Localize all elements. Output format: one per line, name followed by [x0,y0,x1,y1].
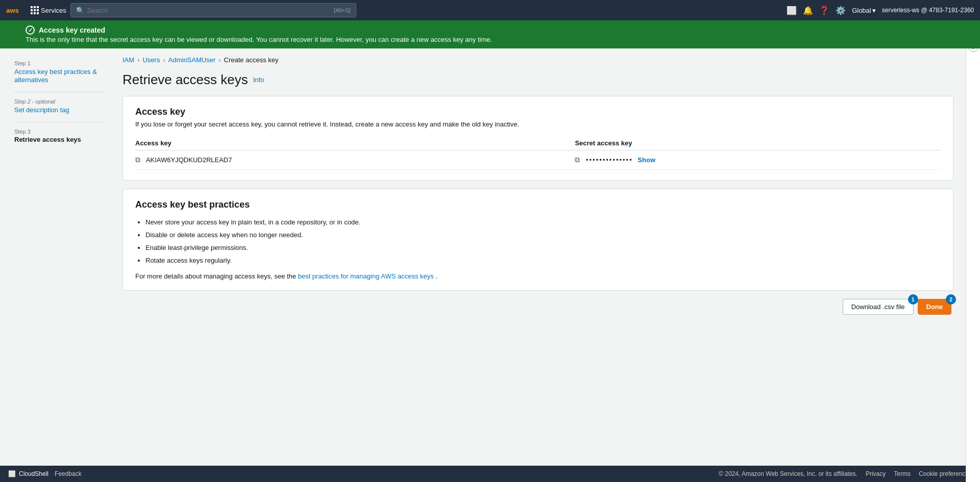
access-key-value: AKIAW6YJQDKUD2RLEAD7 [146,156,232,164]
info-link[interactable]: Info [253,76,264,84]
copy-secret-key-icon[interactable]: ⧉ [575,156,580,164]
services-label: Services [41,7,66,14]
best-practices-title: Access key best practices [135,199,941,210]
settings-icon[interactable]: ⚙️ [836,6,846,15]
breadcrumb-iam[interactable]: IAM [122,56,134,64]
page-title-row: Retrieve access keys Info [122,72,953,88]
grid-icon [31,6,39,14]
breadcrumb: IAM › Users › AdminSAMUser › Create acce… [122,56,953,64]
show-secret-link[interactable]: Show [638,156,655,164]
best-practice-item-1: Never store your access key in plain tex… [145,218,941,226]
copy-access-key-icon[interactable]: ⧉ [135,156,140,164]
keys-table-row: ⧉ AKIAW6YJQDKUD2RLEAD7 ⧉ •••••••••••••• … [135,150,941,170]
bell-icon[interactable]: 🔔 [803,6,813,15]
step-2-label: Step 2 - optional [14,98,104,105]
page-title: Retrieve access keys [122,72,248,88]
region-selector[interactable]: Global ▾ [852,7,876,14]
step-3-label: Step 3 [14,129,104,135]
step-3-active: Retrieve access keys [14,136,104,143]
banner-title: ✓ Access key created [26,26,970,35]
top-nav: aws Services 🔍 [Alt+S] ⬜ 🔔 ❓ ⚙️ Global ▾… [0,0,980,20]
breadcrumb-sep-2: › [163,56,165,64]
services-button[interactable]: Services [31,6,66,14]
svg-text:aws: aws [6,7,19,14]
step-2: Step 2 - optional Set description tag [14,98,104,114]
access-key-card-desc: If you lose or forget your secret access… [135,120,941,128]
search-bar[interactable]: 🔍 [Alt+S] [70,3,356,17]
more-details-suffix: . [435,272,437,280]
step-1-divider [14,92,104,92]
banner-description: This is the only time that the secret ac… [26,36,970,43]
step-2-link[interactable]: Set description tag [14,106,69,114]
left-sidebar: Step 1 Access key best practices & alter… [0,46,112,325]
done-badge: 2 [946,294,956,305]
help-icon[interactable]: ❓ [819,6,829,15]
best-practice-item-3: Enable least-privilege permissions. [145,244,941,251]
check-circle-icon: ✓ [26,26,35,35]
success-banner: ✓ Access key created This is the only ti… [0,20,980,48]
search-input[interactable] [87,7,334,14]
col-access-key: Access key [135,136,575,150]
download-csv-label: Download .csv file [851,303,905,311]
secret-key-cell: ⧉ •••••••••••••• Show [575,150,941,170]
main-content: IAM › Users › AdminSAMUser › Create acce… [112,46,966,325]
best-practices-card: Access key best practices Never store yo… [122,189,953,291]
access-key-card: Access key If you lose or forget your se… [122,96,953,181]
aws-logo: aws [6,5,24,16]
step-2-divider [14,122,104,122]
step-1-label: Step 1 [14,60,104,66]
account-selector[interactable]: serverless-ws @ 4783-7191-2360 [882,7,974,14]
download-csv-button[interactable]: Download .csv file 1 [843,299,914,315]
terminal-icon[interactable]: ⬜ [787,6,797,15]
step-3: Step 3 Retrieve access keys [14,129,104,143]
best-practices-link[interactable]: best practices for managing AWS access k… [298,272,434,280]
col-secret-key: Secret access key [575,136,941,150]
nav-right: ⬜ 🔔 ❓ ⚙️ Global ▾ serverless-ws @ 4783-7… [787,6,974,15]
more-details-text: For more details about managing access k… [135,272,296,280]
step-1: Step 1 Access key best practices & alter… [14,60,104,84]
action-row: Download .csv file 1 Done 2 [122,299,953,315]
done-label: Done [926,303,943,311]
secret-key-masked: •••••••••••••• [586,156,633,164]
search-shortcut: [Alt+S] [334,7,351,13]
main-wrapper: Step 1 Access key best practices & alter… [0,46,966,325]
side-info-panel: ℹ ⏱ [966,20,980,325]
breadcrumb-users[interactable]: Users [142,56,160,64]
keys-table: Access key Secret access key ⧉ AKIAW6YJQ… [135,136,941,170]
done-button[interactable]: Done 2 [918,299,952,315]
access-key-card-title: Access key [135,107,941,117]
best-practice-item-2: Disable or delete access key when no lon… [145,231,941,239]
breadcrumb-user[interactable]: AdminSAMUser [168,56,215,64]
breadcrumb-current: Create access key [224,56,279,64]
more-details: For more details about managing access k… [135,272,941,280]
download-badge: 1 [908,294,918,305]
breadcrumb-sep-3: › [218,56,220,64]
breadcrumb-sep-1: › [137,56,139,64]
best-practices-list: Never store your access key in plain tex… [135,218,941,264]
step-1-link[interactable]: Access key best practices & alternatives [14,68,97,84]
best-practice-item-4: Rotate access keys regularly. [145,257,941,264]
access-key-cell: ⧉ AKIAW6YJQDKUD2RLEAD7 [135,150,575,170]
search-icon: 🔍 [76,7,84,14]
chevron-down-icon: ▾ [872,7,876,14]
